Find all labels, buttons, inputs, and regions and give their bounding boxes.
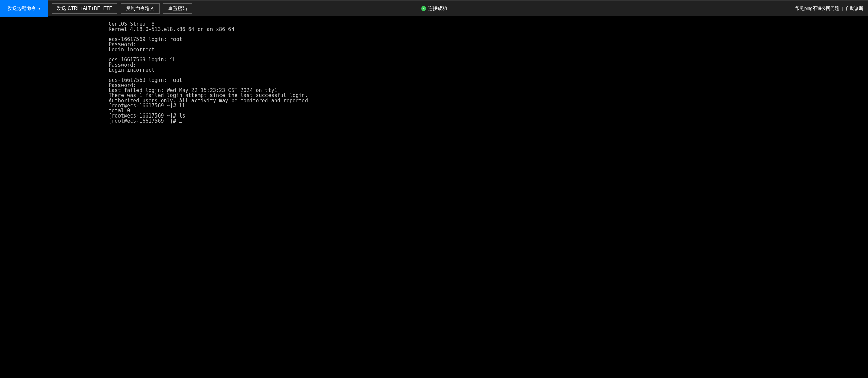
toolbar-left-group: 发送远程命令 发送 CTRL+ALT+DELETE 复制命令输入 重置密码 (0, 1, 192, 16)
send-remote-command-button[interactable]: 发送远程命令 (0, 0, 48, 17)
toolbar-right-group: 常见ping不通公网问题 | 自助诊断 (795, 5, 868, 12)
check-circle-icon: ✓ (421, 6, 426, 11)
self-diagnosis-link[interactable]: 自助诊断 (846, 5, 863, 12)
connection-status-text: 连接成功 (428, 5, 447, 12)
copy-command-input-button[interactable]: 复制命令输入 (121, 3, 160, 14)
terminal-cursor (179, 122, 182, 123)
ping-issue-link[interactable]: 常见ping不通公网问题 (795, 5, 839, 12)
terminal-output: CentOS Stream 8 Kernel 4.18.0-513.el8.x8… (0, 16, 868, 124)
connection-status: ✓ 连接成功 (421, 5, 447, 12)
top-toolbar: 发送远程命令 发送 CTRL+ALT+DELETE 复制命令输入 重置密码 ✓ … (0, 0, 868, 16)
reset-password-button[interactable]: 重置密码 (163, 3, 192, 14)
chevron-down-icon (38, 8, 41, 10)
send-remote-command-label: 发送远程命令 (7, 5, 36, 12)
send-ctrl-alt-delete-button[interactable]: 发送 CTRL+ALT+DELETE (52, 3, 117, 14)
terminal-viewport[interactable]: CentOS Stream 8 Kernel 4.18.0-513.el8.x8… (0, 16, 868, 378)
separator: | (842, 6, 843, 11)
